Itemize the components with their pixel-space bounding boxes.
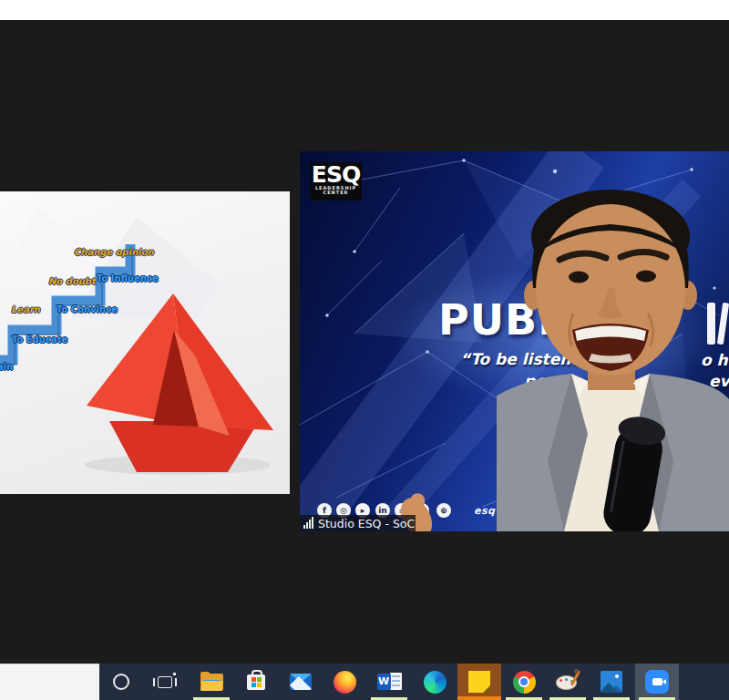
slide-label-to-influence: To Influence (97, 273, 159, 283)
zoom-meeting-screen: Change opinion No doubt Learn To Influen… (0, 0, 729, 700)
taskbar-firefox-button[interactable] (323, 664, 366, 700)
slide-label-no-doubt: No doubt (48, 276, 96, 286)
presenter-person (300, 151, 729, 531)
windows-taskbar: W (0, 664, 729, 700)
participant-name: Studio ESQ - SoC (318, 517, 415, 530)
shared-slide: Change opinion No doubt Learn To Influen… (0, 191, 290, 494)
microsoft-store-icon (247, 674, 265, 690)
connection-signal-icon (303, 518, 314, 529)
taskbar-mail-button[interactable] (279, 664, 323, 700)
slide-label-to-educate: To Educate (12, 335, 67, 345)
zoom-app-icon (645, 670, 669, 694)
taskbar-white-window[interactable] (0, 664, 99, 700)
taskbar-chrome-button[interactable] (502, 664, 546, 700)
firefox-icon (334, 671, 356, 694)
photos-icon (601, 671, 622, 693)
sticky-notes-icon (468, 671, 490, 693)
taskbar-sticky-notes-button[interactable] (457, 664, 501, 700)
chrome-icon (513, 671, 536, 694)
taskbar-paint-button[interactable] (546, 664, 590, 700)
participant-video[interactable]: ESQ LEADERSHIP CENTER PUBLIC “To be list… (300, 151, 729, 531)
taskbar-cortana-button[interactable] (99, 664, 143, 700)
file-explorer-icon (200, 674, 223, 691)
edge-icon (424, 671, 447, 694)
slide-label-learn: Learn (11, 304, 40, 314)
slide-label-to-convince: To Convince (56, 304, 118, 314)
taskbar-photos-button[interactable] (590, 664, 633, 700)
taskbar-zoom-button[interactable] (635, 664, 679, 700)
paint-icon (556, 671, 580, 693)
slide-label-change-opinion: Change opinion (74, 247, 154, 257)
attention-underline (457, 696, 501, 700)
taskbar-edge-button[interactable] (413, 664, 457, 700)
participant-name-label: Studio ESQ - SoC (300, 515, 416, 531)
slide-label-clipped: ain (0, 362, 13, 372)
taskbar-store-button[interactable] (234, 664, 278, 700)
taskbar-task-view-button[interactable] (143, 664, 187, 700)
mail-icon (290, 674, 312, 690)
word-icon: W (377, 672, 402, 692)
taskbar-file-explorer-button[interactable] (190, 664, 233, 700)
top-window-strip (0, 0, 729, 20)
taskbar-word-button[interactable]: W (367, 664, 411, 700)
cortana-icon (113, 674, 129, 690)
task-view-icon (158, 676, 172, 688)
